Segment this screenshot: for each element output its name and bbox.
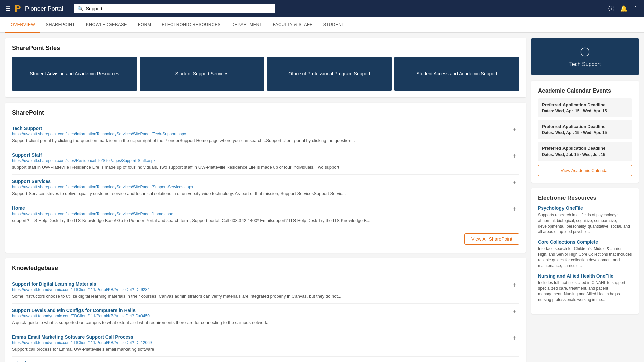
event-dates-1: Dates: Wed, Apr. 15 - Wed, Apr. 15 [542,130,628,135]
kb-list-item-2: Emma Email Marketing Software Support Ca… [12,330,519,357]
kb-expand-0[interactable]: + [510,281,519,289]
tab-knowledgebase[interactable]: KNOWLEDGEBASE [80,17,132,32]
search-bar: 🔍 [74,4,275,13]
kb-item-desc-1: A quick guide to what is supported on ca… [12,320,510,326]
tab-electronic-resources[interactable]: ELECTRONIC RESOURCES [156,17,226,32]
kb-item-url-1[interactable]: https://uwplatt.teamdynamix.com/TDClient… [12,314,510,318]
tech-support-label: Tech Support [569,61,601,67]
kb-expand-3[interactable]: + [510,361,519,362]
sharepoint-tiles: Student Advising and Academic Resources … [12,57,519,90]
sp-item-title-3[interactable]: Home [12,205,510,211]
sp-item-desc-2: Support Services strives to deliver qual… [12,191,510,197]
sp-tile-3[interactable]: Student Access and Academic Support [394,57,519,90]
search-icon: 🔍 [77,6,83,11]
kb-list-item-3: What is ResNet? https://uwplatt.teamdyna… [12,357,519,362]
kb-list-item-1: Support Levels and Min Configs for Compu… [12,304,519,330]
tab-student[interactable]: STUDENT [318,17,350,32]
calendar-event-2: Preferred Application Deadline Dates: We… [538,142,632,161]
er-item-1: Core Collections Complete Interface sear… [538,239,632,268]
er-item-2: Nursing and Allied Health OneFile Includ… [538,273,632,302]
kb-item-title-2[interactable]: Emma Email Marketing Software Support Ca… [12,334,510,340]
more-icon[interactable]: ⋮ [633,5,639,12]
er-item-title-2[interactable]: Nursing and Allied Health OneFile [538,273,632,279]
sp-list-item-1: Support Staff https://uwplatt.sharepoint… [12,148,519,175]
tab-overview[interactable]: OVERVIEW [5,17,40,32]
knowledgebase-section: Knowledgebase Support for Digital Learni… [5,258,526,362]
event-title-1: Preferred Application Deadline [542,124,628,129]
tab-sharepoint[interactable]: SHAREPOINT [40,17,80,32]
app-title: Pioneer Portal [25,5,63,12]
calendar-event-1: Preferred Application Deadline Dates: We… [538,120,632,139]
help-icon[interactable]: ⓘ [608,5,614,13]
er-item-title-0[interactable]: Psychology OneFile [538,205,632,211]
electronic-resources-title: Electronic Resources [538,195,632,201]
kb-expand-2[interactable]: + [510,334,519,342]
sharepoint-list-section: SharePoint Tech Support https://uwplatt.… [5,103,526,253]
sp-tile-2[interactable]: Office of Professional Program Support [267,57,392,90]
knowledgebase-title: Knowledgebase [12,265,519,272]
view-all-sharepoint-button[interactable]: View All SharePoint [464,233,519,245]
er-item-title-1[interactable]: Core Collections Complete [538,239,632,245]
academic-calendar-card: Academic Calendar Events Preferred Appli… [531,81,639,183]
search-input[interactable] [86,6,272,11]
er-item-0: Psychology OneFile Supports research in … [538,205,632,235]
kb-item-title-0[interactable]: Support for Digital Learning Materials [12,281,510,287]
sp-tile-0[interactable]: Student Advising and Academic Resources [12,57,137,90]
tab-bar: OVERVIEW SHAREPOINT KNOWLEDGEBASE FORM E… [0,17,644,33]
kb-item-desc-2: Support call process for Emma, UW-Platte… [12,346,510,352]
right-sidebar: ⓘ Tech Support Academic Calendar Events … [531,38,639,362]
sp-expand-3[interactable]: + [510,205,519,213]
er-item-desc-2: Includes full-text titles cited in CINAH… [538,280,632,302]
event-dates-2: Dates: Wed, Jul. 15 - Wed, Jul. 15 [542,152,628,157]
nav-icons: ⓘ 🔔 ⋮ [608,5,639,13]
kb-item-url-2[interactable]: https://uwplatt.teamdynamix.com/TDClient… [12,340,510,345]
sharepoint-sites-section: SharePoint Sites Student Advising and Ac… [5,38,526,97]
sp-item-title-2[interactable]: Support Services [12,179,510,184]
sp-list-item-0: Tech Support https://uwplatt.sharepoint.… [12,122,519,148]
sp-item-url-1[interactable]: https://uwplatt.sharepoint.com/sites/Res… [12,158,510,163]
tech-support-card[interactable]: ⓘ Tech Support [531,38,639,75]
sp-item-url-0[interactable]: https://uwplatt.sharepoint.com/sites/Inf… [12,132,510,136]
kb-item-title-1[interactable]: Support Levels and Min Configs for Compu… [12,308,510,313]
hamburger-icon[interactable]: ☰ [5,5,11,12]
sp-list-item-3: Home https://uwplatt.sharepoint.com/site… [12,201,519,228]
kb-item-desc-0: Some instructors choose to utilize digit… [12,293,510,299]
sharepoint-sites-title: SharePoint Sites [12,45,519,52]
sp-item-url-3[interactable]: https://uwplatt.sharepoint.com/sites/Inf… [12,212,510,216]
calendar-title: Academic Calendar Events [538,87,632,94]
main-layout: SharePoint Sites Student Advising and Ac… [0,33,644,362]
sp-list-item-2: Support Services https://uwplatt.sharepo… [12,175,519,201]
sp-item-desc-1: support staff in UW-Platteville Residenc… [12,164,510,170]
sp-item-desc-3: support? ITS Help Desk Try the ITS Knowl… [12,218,510,224]
calendar-event-0: Preferred Application Deadline Dates: We… [538,98,632,117]
sharepoint-list-title: SharePoint [12,109,519,116]
sp-expand-0[interactable]: + [510,126,519,133]
content-area: SharePoint Sites Student Advising and Ac… [5,38,526,362]
sp-item-url-2[interactable]: https://uwplatt.sharepoint.com/sites/Inf… [12,185,510,189]
logo-icon: P [15,3,21,14]
er-item-desc-1: Interface search for Children's, Middle … [538,246,632,268]
tab-form[interactable]: FORM [132,17,156,32]
sp-expand-2[interactable]: + [510,179,519,186]
kb-expand-1[interactable]: + [510,308,519,315]
notifications-icon[interactable]: 🔔 [620,5,627,12]
tab-department[interactable]: DEPARTMENT [226,17,267,32]
event-title-2: Preferred Application Deadline [542,146,628,151]
sp-item-title-0[interactable]: Tech Support [12,126,510,131]
sp-item-desc-0: Support client portal by clicking the qu… [12,138,510,144]
event-dates-0: Dates: Wed, Apr. 15 - Wed, Apr. 15 [542,109,628,113]
event-title-0: Preferred Application Deadline [542,102,628,107]
top-nav: ☰ P Pioneer Portal 🔍 ⓘ 🔔 ⋮ [0,0,644,17]
sp-tile-1[interactable]: Student Support Services [140,57,264,90]
sp-item-title-1[interactable]: Support Staff [12,152,510,158]
view-academic-calendar-button[interactable]: View Academic Calendar [538,165,632,176]
kb-item-title-3[interactable]: What is ResNet? [12,361,510,362]
er-item-desc-0: Supports research in all fields of psych… [538,212,632,235]
sp-expand-1[interactable]: + [510,152,519,160]
kb-list-item-0: Support for Digital Learning Materials h… [12,277,519,304]
tab-faculty-staff[interactable]: FACULTY & STAFF [267,17,318,32]
electronic-resources-card: Electronic Resources Psychology OneFile … [531,188,639,314]
kb-item-url-0[interactable]: https://uwplatt.teamdynamix.com/TDClient… [12,287,510,292]
tech-support-icon: ⓘ [580,46,590,59]
